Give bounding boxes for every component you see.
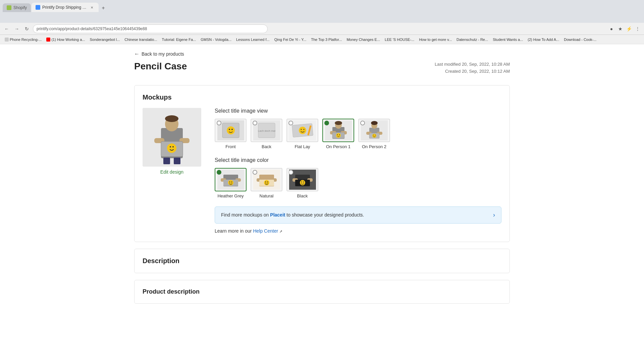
menu-icon[interactable]: ⋮ — [634, 25, 641, 33]
bookmark-qing[interactable]: Qing Fei De Yi - Y... — [272, 37, 309, 42]
svg-point-7 — [172, 146, 174, 147]
new-tab-button[interactable]: + — [99, 4, 107, 12]
svg-point-43 — [375, 135, 376, 135]
placeit-text-after: to showcase your designed products. — [285, 212, 364, 218]
shopify-favicon — [7, 5, 11, 10]
bookmark-chinese[interactable]: Chinese translatio... — [122, 37, 159, 42]
placeit-link-text: Placeit — [270, 212, 285, 218]
svg-point-69 — [303, 181, 304, 182]
browser-chrome: Shopify Printify Drop Shipping Print o..… — [0, 0, 644, 23]
view-option-person2-img — [358, 119, 390, 142]
svg-point-9 — [165, 115, 178, 122]
svg-point-45 — [371, 121, 378, 125]
mockups-section: Mockups — [134, 85, 510, 242]
bookmark-lee[interactable]: LEE 'S HOUSE-... — [383, 37, 416, 42]
view-option-back-img: Lach doch mal — [251, 119, 282, 142]
svg-text:Lach doch mal: Lach doch mal — [258, 129, 275, 132]
select-view-title: Select title image view — [215, 108, 501, 114]
printify-tab-label: Printify Drop Shipping Print o... — [42, 5, 87, 10]
back-link-text: Back to my products — [142, 51, 184, 57]
color-options: Heather Grey — [215, 168, 501, 198]
svg-point-61 — [267, 181, 268, 182]
page-meta: Last modified 20, Sep, 2022, 10:28 AM Cr… — [435, 61, 510, 75]
svg-point-52 — [229, 181, 230, 182]
profile-icon[interactable]: ● — [608, 25, 615, 33]
color-option-black[interactable]: Black — [286, 168, 318, 198]
extensions-icon[interactable]: ⚡ — [625, 25, 633, 33]
tab-printify[interactable]: Printify Drop Shipping Print o... ✕ — [32, 3, 99, 12]
view-option-flatlay-img — [286, 119, 318, 142]
mockup-options: Select title image view — [215, 108, 501, 234]
help-center-text: Learn more in our Help Center ➚ — [215, 228, 501, 234]
svg-point-31 — [336, 133, 341, 138]
bookmark-top3[interactable]: The Top 3 Platfor... — [309, 37, 344, 42]
view-option-flatlay[interactable]: Flat Lay — [286, 119, 318, 149]
view-option-person2[interactable]: On Person 2 — [358, 119, 390, 149]
svg-point-41 — [372, 134, 376, 138]
radio-person2 — [360, 121, 365, 125]
bookmark-lessons[interactable]: Lessons Learned f... — [234, 37, 272, 42]
bookmark-datenschutz[interactable]: Datenschutz - Re... — [454, 37, 490, 42]
color-black-label: Black — [297, 193, 308, 198]
help-center-link[interactable]: Help Center — [253, 228, 278, 234]
address-bar[interactable]: printify.com/app/product-details/632975e… — [33, 24, 268, 33]
star-icon[interactable]: ★ — [616, 25, 624, 33]
color-option-natural[interactable]: Natural — [251, 168, 282, 198]
view-option-person1[interactable]: On Person 1 — [322, 119, 354, 149]
view-front-label: Front — [225, 144, 235, 149]
reload-button[interactable]: ↻ — [23, 25, 31, 33]
radio-person1 — [324, 121, 329, 125]
svg-point-53 — [231, 181, 232, 182]
back-nav-button[interactable]: ← — [3, 25, 11, 33]
svg-point-33 — [339, 134, 339, 135]
bookmark-favicon — [46, 38, 50, 42]
svg-point-68 — [301, 181, 302, 182]
placeit-text-before: Find more mockups on — [221, 212, 270, 218]
view-options: Front Lach doch mal — [215, 119, 501, 149]
svg-point-35 — [335, 121, 342, 125]
radio-flatlay — [288, 121, 293, 125]
color-option-heather-grey[interactable]: Heather Grey — [215, 168, 247, 198]
last-modified-text: Last modified 20, Sep, 2022, 10:28 AM — [435, 61, 510, 68]
product-description-section: Product description — [134, 280, 510, 304]
preview-svg — [143, 108, 201, 167]
bookmark-sonderangebot[interactable]: Sonderangebot l... — [88, 37, 122, 42]
bookmark-howmore[interactable]: How to get more v... — [417, 37, 454, 42]
color-natural-label: Natural — [260, 193, 274, 198]
tab-shopify[interactable]: Shopify — [3, 3, 31, 12]
description-section: Description — [134, 249, 510, 273]
view-option-back[interactable]: Lach doch mal Back — [251, 119, 282, 149]
view-option-front[interactable]: Front — [215, 119, 247, 149]
bookmark-download[interactable]: Download - Cook-... — [562, 37, 598, 42]
bookmark-howtoadd[interactable]: (2) How To Add A... — [526, 37, 561, 42]
bookmark-gmsn[interactable]: GMSN - Vologda... — [199, 37, 233, 42]
description-section-title: Description — [143, 257, 501, 265]
placeit-banner[interactable]: Find more mockups on Placeit to showcase… — [215, 206, 501, 224]
edit-design-link[interactable]: Edit design — [143, 169, 201, 175]
svg-rect-10 — [163, 158, 170, 164]
external-link-icon: ➚ — [279, 229, 282, 233]
back-link[interactable]: ← Back to my products — [134, 51, 510, 57]
toolbar-icons: ● ★ ⚡ ⋮ — [608, 25, 641, 33]
bookmark-how-working[interactable]: (1) How Working a... — [44, 37, 87, 42]
tab-close-button[interactable]: ✕ — [89, 5, 95, 10]
view-option-person1-img — [322, 119, 354, 142]
bookmark-student[interactable]: Student Wants a... — [491, 37, 525, 42]
mockup-container: Edit design Select title image view — [143, 108, 501, 234]
placeit-text: Find more mockups on Placeit to showcase… — [221, 212, 364, 218]
color-selection-group: Select title image color — [215, 157, 501, 198]
svg-point-16 — [231, 129, 233, 130]
bookmark-phone-recycling[interactable]: Phone Recycling-... — [3, 37, 44, 42]
radio-back — [253, 121, 257, 125]
radio-black — [288, 170, 293, 175]
bookmark-tutorial[interactable]: Tutorial: Eigene Fa... — [160, 37, 198, 42]
forward-nav-button[interactable]: → — [13, 25, 21, 33]
view-person1-label: On Person 1 — [326, 144, 351, 149]
page-header: Pencil Case Last modified 20, Sep, 2022,… — [134, 61, 510, 75]
svg-point-14 — [227, 126, 235, 134]
bookmark-money[interactable]: Money Changes E... — [344, 37, 382, 42]
svg-rect-11 — [174, 158, 180, 164]
color-option-natural-img — [251, 168, 282, 191]
address-text: printify.com/app/product-details/632975e… — [37, 26, 147, 31]
printify-favicon — [36, 5, 40, 10]
